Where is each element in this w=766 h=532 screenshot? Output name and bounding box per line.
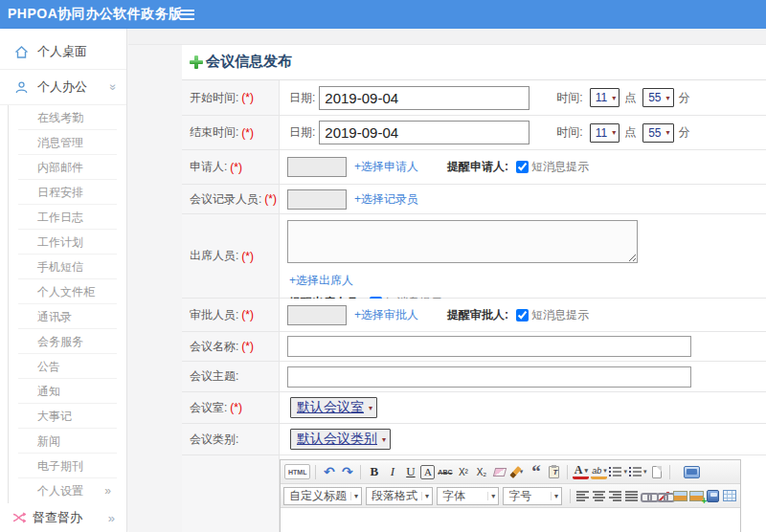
insert-image-button[interactable]	[673, 486, 687, 505]
editor-content-area[interactable]	[281, 508, 740, 532]
paste-as-text-button[interactable]	[546, 462, 562, 481]
form-row-meeting-category: 会议类别: 默认会议类别▾	[182, 424, 766, 455]
sidebar-subitem[interactable]: 内部邮件	[18, 155, 117, 180]
sms-remind-checkbox[interactable]	[516, 309, 529, 321]
meeting-name-input[interactable]	[287, 336, 691, 357]
recorder-input[interactable]	[287, 189, 347, 210]
format-brush-button[interactable]: ▾	[509, 462, 526, 481]
choose-recorder-link[interactable]: +选择记录员	[354, 191, 418, 208]
redo-button[interactable]: ↷	[339, 462, 355, 481]
page-title: 会议信息发布	[190, 53, 766, 71]
fullscreen-icon	[684, 466, 700, 478]
blockquote-button[interactable]: “	[528, 462, 544, 481]
applicant-input[interactable]	[287, 157, 347, 177]
html-source-button[interactable]: HTML	[284, 464, 310, 479]
new-page-button[interactable]	[648, 462, 665, 481]
font-color-button[interactable]: A▾	[573, 464, 589, 479]
menu-icon[interactable]	[180, 10, 194, 20]
unordered-list-button[interactable]: ▾	[629, 462, 647, 481]
insert-link-button[interactable]	[641, 486, 655, 505]
upload-image-icon	[689, 491, 704, 501]
italic-button[interactable]: I	[384, 462, 400, 481]
choose-applicant-link[interactable]: +选择申请人	[354, 159, 418, 175]
remove-link-button[interactable]	[657, 486, 671, 505]
fullscreen-button[interactable]	[684, 462, 700, 481]
undo-button[interactable]: ↶	[321, 462, 337, 481]
attendees-textarea[interactable]	[287, 220, 638, 263]
field-label: 出席人员:	[190, 248, 238, 264]
align-left-button[interactable]	[575, 486, 590, 505]
meeting-topic-input[interactable]	[287, 366, 691, 388]
sidebar-subitem[interactable]: 个人文件柜	[18, 279, 117, 304]
end-hour-select[interactable]: 11▾	[590, 123, 620, 143]
ordered-list-button[interactable]: ▾	[609, 462, 627, 481]
heading-select-label: 自定义标题	[289, 488, 347, 504]
insert-image-icon	[673, 491, 687, 501]
align-right-button[interactable]	[608, 486, 622, 505]
font-family-select-label: 字体	[442, 488, 465, 504]
field-label: 会议记录人员:	[190, 191, 261, 208]
sidebar-subitem[interactable]: 通知	[18, 379, 117, 404]
font-style-button[interactable]: A	[420, 465, 435, 479]
subscript-button[interactable]: X₂	[473, 462, 489, 481]
align-justify-button[interactable]	[624, 486, 639, 505]
sidebar-subitem[interactable]: 在线考勤	[18, 105, 117, 130]
upload-image-button[interactable]	[689, 486, 704, 505]
strikethrough-button[interactable]: ABC	[437, 462, 453, 481]
minute-unit-label: 分	[679, 124, 690, 141]
choose-approver-link[interactable]: +选择审批人	[354, 307, 418, 323]
sidebar-subitem[interactable]: 工作日志	[18, 205, 117, 230]
sidebar-subitem[interactable]: 工作计划	[18, 230, 117, 255]
dropdown-arrow-icon: ▾	[487, 492, 495, 500]
sidebar-subitem[interactable]: 日程安排	[18, 180, 117, 205]
heading-select[interactable]: 自定义标题▾	[283, 487, 362, 505]
sidebar-submenu-settings: 个人设置 »	[8, 478, 126, 503]
eraser-button[interactable]	[491, 462, 507, 481]
main-content: 会议信息发布 开始时间:(*) 日期: 时间: 11▾ 点 55▾ 分 结束时间…	[128, 29, 766, 532]
sms-remind-checkbox[interactable]	[516, 161, 529, 173]
end-date-input[interactable]	[319, 121, 529, 144]
sidebar-item-label: 督查督办	[33, 509, 82, 526]
sidebar-subitem[interactable]: 通讯录	[18, 304, 117, 329]
meeting-category-select[interactable]: 默认会议类别▾	[290, 429, 391, 450]
required-mark: (*)	[241, 308, 254, 321]
start-date-input[interactable]	[319, 86, 529, 110]
highlight-color-button[interactable]: ab▾	[591, 464, 607, 479]
superscript-button[interactable]: X²	[455, 462, 471, 481]
sidebar-subitem[interactable]: 大事记	[18, 404, 117, 429]
sidebar-item-desktop[interactable]: 个人桌面	[0, 34, 126, 70]
sidebar-subitem[interactable]: 会务服务	[18, 329, 117, 354]
end-minute-select[interactable]: 55▾	[642, 123, 673, 143]
start-hour-select[interactable]: 11▾	[590, 88, 620, 107]
sidebar-subitem[interactable]: 消息管理	[18, 130, 117, 155]
bold-button[interactable]: B	[366, 462, 382, 481]
remind-applicant-label: 提醒申请人:	[447, 159, 508, 175]
approver-input[interactable]	[287, 305, 347, 325]
choose-attendees-link[interactable]: +选择出席人	[289, 274, 353, 287]
meeting-room-select[interactable]: 默认会议室▾	[290, 397, 377, 418]
underline-button[interactable]: U	[402, 462, 418, 481]
sidebar-item-supervise[interactable]: 督查督办 »	[0, 503, 126, 532]
align-center-button[interactable]	[592, 486, 606, 505]
insert-media-button[interactable]	[706, 486, 720, 505]
font-size-select[interactable]: 字号▾	[503, 487, 562, 505]
sidebar-subitem[interactable]: 公告	[18, 354, 117, 379]
insert-table-button[interactable]	[722, 486, 736, 505]
font-size-select-label: 字号	[508, 488, 531, 504]
app-title: PHPOA协同办公软件政务版	[0, 6, 183, 23]
align-right-icon	[609, 491, 621, 501]
sidebar-subitem[interactable]: 新闻	[18, 429, 117, 454]
sidebar-subitem[interactable]: 电子期刊	[18, 454, 117, 478]
paragraph-format-select[interactable]: 段落格式▾	[366, 487, 433, 505]
start-minute-select[interactable]: 55▾	[642, 88, 673, 107]
chevron-down-icon: »	[107, 84, 121, 91]
dropdown-arrow-icon: ▾	[666, 94, 670, 102]
font-family-select[interactable]: 字体▾	[437, 487, 499, 505]
sidebar-item-office[interactable]: 个人办公 »	[0, 70, 126, 105]
required-mark: (*)	[230, 401, 242, 414]
sidebar-subitem[interactable]: 手机短信	[18, 255, 117, 279]
sidebar-item-label: 个人办公	[37, 78, 87, 96]
sidebar-item-settings[interactable]: 个人设置 »	[18, 478, 117, 503]
align-justify-icon	[625, 491, 638, 501]
hour-unit-label: 点	[624, 124, 636, 141]
